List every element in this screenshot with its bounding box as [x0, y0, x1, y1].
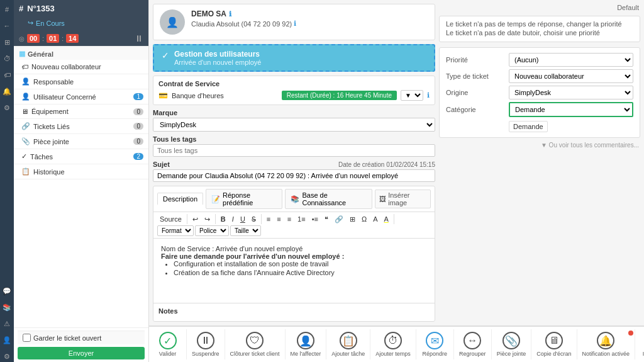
sidebar-item-piece-jointe[interactable]: 📎 Pièce jointe 0 [14, 134, 148, 149]
footer-piece-jointe[interactable]: 📎 Pièce jointe [492, 329, 532, 359]
icon-bar-book[interactable]: 📚 [1, 302, 13, 313]
keep-open-checkbox[interactable] [23, 334, 31, 342]
toolbar-div1 [187, 214, 187, 224]
sujet-input[interactable] [153, 169, 435, 182]
toolbar-color[interactable]: A [370, 215, 380, 223]
timer-block-2: 01 [47, 34, 59, 43]
tickets-icon: 🔗 [21, 122, 30, 130]
icon-bar-grid[interactable]: ⊞ [1, 37, 13, 48]
sujet-date: Date de création 01/02/2024 15:15 [338, 161, 435, 168]
toolbar-quote[interactable]: ❝ [322, 215, 331, 224]
toolbar-special[interactable]: Ω [359, 215, 369, 223]
timer-pause-icon[interactable]: ⏸ [135, 33, 143, 43]
origine-select[interactable]: SimplyDesk [509, 86, 633, 99]
editor-line1: Nom de Service : Arrivée d'un nouvel emp… [161, 245, 427, 252]
header-card: 👤 DEMO SA ℹ Claudia Absolut (04 72 20 09… [153, 4, 435, 40]
sidebar-item-utilisateur-concerne[interactable]: 👤 Utilisateur Concerné 1 [14, 89, 148, 105]
icon-bar-clock[interactable]: ⏱ [1, 53, 13, 64]
icon-bar-tag[interactable]: 🏷 [1, 69, 13, 81]
tab-description[interactable]: Description [157, 193, 203, 205]
repondre-label: Répondre [422, 351, 447, 357]
priorite-value: (Aucun) [509, 53, 633, 67]
toolbar-taille-select[interactable]: Taille [230, 225, 261, 236]
footer-imprimer[interactable]: 🖨 Imprimer [635, 329, 644, 359]
toolbar-source[interactable]: Source [157, 215, 184, 223]
icon-bar-user[interactable]: 👤 [1, 334, 13, 346]
contract-select[interactable]: ▼ [401, 90, 423, 101]
toolbar-align-left[interactable]: ≡ [264, 215, 273, 223]
type-select[interactable]: Nouveau collaborateur [509, 69, 633, 83]
default-label: Default [439, 4, 640, 11]
toolbar-align-center[interactable]: ≡ [274, 215, 283, 223]
utilisateur-badge: 1 [133, 93, 143, 100]
priorite-select[interactable]: (Aucun) [509, 53, 633, 67]
temps-icon: ⏱ [384, 332, 402, 349]
footer-ajouter-tache[interactable]: 📋 Ajouter tâche [326, 329, 370, 359]
form-row-type: Type de ticket Nouveau collaborateur [446, 69, 633, 83]
task-title: Gestion des utilisateurs [174, 50, 426, 59]
insert-image-button[interactable]: 🖼 Insérer image [375, 189, 431, 208]
base-tab-label: Base de Connaissance [302, 191, 367, 206]
notes-label: Notes [158, 307, 430, 315]
company-info-icon[interactable]: ℹ [229, 10, 231, 18]
toolbar-link[interactable]: 🔗 [332, 215, 346, 224]
toolbar-underline[interactable]: U [238, 215, 248, 223]
submit-button[interactable]: Envoyer [18, 347, 145, 359]
form-row-categorie: Catégorie Demande [446, 102, 633, 117]
contact-info-icon[interactable]: ℹ [294, 20, 296, 28]
icon-bar-chat[interactable]: 💬 [1, 285, 13, 297]
sidebar-item-historique[interactable]: 📋 Historique [14, 164, 148, 179]
footer-valider[interactable]: ✓ Valider [149, 329, 187, 359]
footer-repondre[interactable]: ✉ Répondre [416, 329, 454, 359]
toolbar-div2 [215, 214, 216, 224]
toolbar-bgcolor[interactable]: A [382, 215, 391, 223]
sidebar-item-responsable[interactable]: 👤 Responsable [14, 74, 148, 89]
task-content: Gestion des utilisateurs Arrivée d'un no… [174, 50, 426, 66]
tags-input[interactable] [153, 144, 435, 157]
marque-select[interactable]: SimplyDesk [153, 118, 435, 132]
footer-right: 🔔 Notification activée 🖨 Imprimer [577, 329, 644, 359]
toolbar-list-bullet[interactable]: •≡ [309, 215, 321, 223]
status-arrow: ↪ [28, 19, 33, 27]
icon-bar-arrow[interactable]: ← [1, 20, 13, 31]
active-task: ✓ Gestion des utilisateurs Arrivée d'un … [153, 44, 435, 72]
editor-content[interactable]: Nom de Service : Arrivée d'un nouvel emp… [153, 239, 435, 303]
toolbar-format-select[interactable]: Format [157, 225, 194, 236]
footer-copie-ecran[interactable]: 🖥 Copie d'écran [531, 329, 577, 359]
alert-2: Le ticket n'a pas de date butoir, choisi… [446, 29, 633, 37]
footer-regrouper[interactable]: ↔ Regrouper [454, 329, 492, 359]
origine-value: SimplyDesk [509, 86, 633, 99]
footer-suspendre[interactable]: ⏸ Suspendre [187, 329, 225, 359]
icon-bar-bell[interactable]: 🔔 [1, 86, 13, 97]
tab-base-connaissance[interactable]: 📚 Base de Connaissance [285, 189, 372, 209]
footer-ajouter-temps[interactable]: ⏱ Ajouter temps [370, 329, 416, 359]
toolbar-table[interactable]: ⊞ [347, 215, 358, 224]
icon-bar-settings[interactable]: ⚙ [1, 351, 13, 362]
valider-icon: ✓ [159, 332, 177, 349]
toolbar-police-select[interactable]: Police [195, 225, 229, 236]
icon-bar-hash[interactable]: # [1, 4, 13, 15]
toolbar-undo[interactable]: ↩ [190, 215, 201, 224]
categorie-select[interactable]: Demande [509, 102, 633, 117]
content-area: 👤 DEMO SA ℹ Claudia Absolut (04 72 20 09… [149, 0, 644, 325]
footer-cloturer[interactable]: 🛡 Clôturer ticket client [225, 329, 286, 359]
suspendre-label: Suspendre [192, 351, 219, 357]
toolbar-strike[interactable]: S̶ [249, 215, 258, 224]
icon-bar-apps[interactable]: ⚙ [1, 102, 13, 113]
sidebar-item-equipement[interactable]: 🖥 Équipement 0 [14, 105, 148, 119]
notification-label: Notification activée [582, 351, 630, 357]
tab-reponse-predefinie[interactable]: 📝 Réponse prédéfinie [206, 189, 282, 209]
icon-bar: # ← ⊞ ⏱ 🏷 🔔 ⚙ 💬 📚 ⚠ 👤 ⚙ [0, 0, 14, 362]
toolbar-redo[interactable]: ↪ [202, 215, 213, 224]
sidebar-item-tickets-lies[interactable]: 🔗 Tickets Liés 0 [14, 119, 148, 134]
toolbar-align-right[interactable]: ≡ [285, 215, 294, 223]
icon-bar-alert[interactable]: ⚠ [1, 318, 13, 329]
sidebar-item-taches[interactable]: ✓ Tâches 2 [14, 149, 148, 164]
footer-affecter[interactable]: 👤 Me l'affecter [286, 329, 327, 359]
toolbar-list-ordered[interactable]: 1≡ [295, 215, 308, 223]
contract-info-icon[interactable]: ℹ [427, 91, 430, 99]
toolbar-italic[interactable]: I [230, 215, 236, 223]
footer-notification[interactable]: 🔔 Notification activée [577, 329, 636, 359]
sidebar-item-nouveau-collaborateur[interactable]: 🏷 Nouveau collaborateur [14, 60, 148, 74]
toolbar-bold[interactable]: B [218, 215, 228, 223]
